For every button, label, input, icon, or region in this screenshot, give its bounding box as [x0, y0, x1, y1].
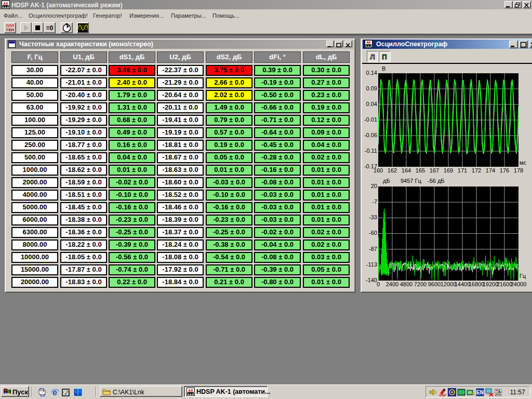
svg-text:EN: EN [476, 390, 484, 395]
svg-text:DSP: DSP [440, 394, 446, 397]
svg-text:Л: Л [370, 53, 375, 61]
svg-text:АК: АК [366, 41, 371, 44]
svg-text:=0: =0 [46, 24, 54, 32]
svg-text:АК: АК [3, 2, 8, 5]
svg-text:ГЕН: ГЕН [6, 28, 14, 32]
svg-text:АК: АК [188, 389, 193, 392]
svg-text:П: П [382, 53, 387, 61]
